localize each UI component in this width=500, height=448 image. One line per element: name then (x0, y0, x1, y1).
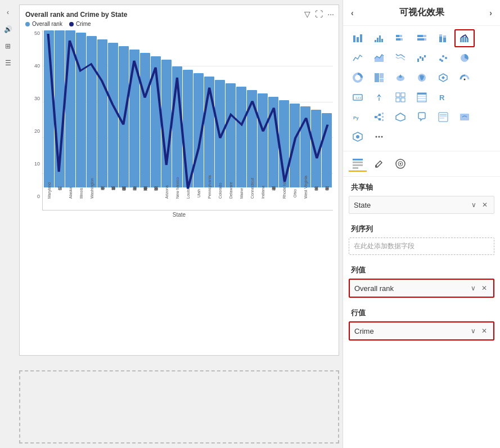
svg-rect-58 (379, 118, 381, 120)
svg-rect-65 (439, 113, 448, 122)
key-influencers-icon[interactable] (390, 108, 411, 126)
bar-22[interactable] (279, 100, 289, 187)
svg-rect-60 (382, 116, 384, 118)
overall-rank-expand[interactable]: ∨ (469, 283, 478, 293)
state-field-remove[interactable]: ✕ (480, 200, 489, 210)
speaker-icon[interactable]: 🔊 (1, 23, 15, 36)
bar-13[interactable] (183, 70, 193, 187)
svg-point-82 (400, 163, 402, 165)
list-icon[interactable]: ☰ (1, 56, 15, 70)
combo-chart-icon[interactable] (454, 29, 475, 47)
map-icon[interactable] (390, 69, 411, 87)
bar-label-13: Louisiana (186, 189, 190, 199)
bar-col-18: Maine (236, 30, 246, 199)
bottom-tabs (343, 151, 500, 177)
kpi-icon[interactable] (369, 88, 389, 106)
overall-rank-remove[interactable]: ✕ (480, 283, 489, 293)
bar-chart-icon[interactable] (348, 29, 368, 47)
panel-forward-arrow[interactable]: › (489, 8, 492, 17)
column-chart-icon[interactable] (369, 29, 389, 47)
bar-7[interactable] (119, 46, 129, 187)
decomp-tree-icon[interactable] (369, 108, 389, 126)
panel-back-arrow[interactable]: ‹ (351, 8, 354, 17)
expand-icon[interactable]: ⛶ (315, 10, 323, 19)
add-col-series-field[interactable]: 在此处添加数据字段 (349, 238, 494, 255)
bar-4[interactable] (87, 36, 97, 187)
scatter-chart-icon[interactable] (433, 49, 453, 67)
matrix-icon[interactable] (390, 88, 411, 106)
crime-remove[interactable]: ✕ (480, 326, 489, 336)
legend-crime: Crime (69, 21, 91, 27)
svg-rect-17 (443, 38, 446, 42)
bar-10[interactable] (151, 56, 161, 187)
bar-5[interactable] (97, 39, 107, 187)
python-icon[interactable]: Py (348, 108, 368, 126)
qa-icon[interactable] (412, 108, 432, 126)
bar-col-6: 锡铁坑凯依 (108, 30, 118, 199)
stacked-col-icon[interactable] (433, 29, 453, 47)
bar-18[interactable] (236, 87, 246, 187)
line-chart-icon[interactable] (348, 49, 368, 67)
bar-0[interactable] (44, 30, 54, 187)
bar-2[interactable] (65, 30, 75, 187)
fields-tab[interactable] (349, 156, 367, 172)
bar-label-26: 密苏里州 (324, 189, 330, 199)
bar-col-25: 弗吉尼亚 (311, 30, 321, 199)
bar-26[interactable] (322, 113, 332, 187)
filled-map-icon[interactable] (412, 69, 432, 87)
bar-label-1: 鄉鎮 (57, 189, 62, 199)
crime-expand[interactable]: ∨ (469, 326, 478, 336)
bar-6[interactable] (108, 43, 118, 187)
bar-col-17: Delaware (226, 30, 236, 199)
bar-9[interactable] (140, 53, 150, 187)
area-chart-icon[interactable] (369, 49, 389, 67)
bar-col-10: 明尼苏达州 (151, 30, 161, 199)
pie-chart-icon[interactable] (454, 49, 475, 67)
card-icon[interactable]: 123 (348, 88, 368, 106)
azure-maps-icon[interactable] (433, 69, 453, 87)
chart-wrapper-area: ▽ ⛶ ··· Overall rank and Crime by State … (16, 0, 343, 448)
bar-16[interactable] (215, 80, 225, 187)
table-icon[interactable] (412, 88, 432, 106)
smart-narrative-icon[interactable] (433, 108, 453, 126)
custom-visual-icon[interactable] (348, 128, 368, 146)
stacked-bar-icon[interactable] (390, 29, 411, 47)
bar-label-24: West Virginia (304, 189, 308, 199)
bar-11[interactable] (161, 60, 172, 187)
100pct-bar-icon[interactable] (412, 29, 432, 47)
grid-icon[interactable]: ⊞ (1, 39, 15, 53)
bar-col-9: 新墨西哥州达 (140, 30, 150, 199)
svg-text:Py: Py (353, 115, 359, 120)
collapse-left-icon[interactable]: ‹ (1, 6, 15, 19)
paint-tab[interactable] (370, 156, 388, 172)
filter-icon[interactable]: ▽ (304, 10, 310, 19)
bar-23[interactable] (290, 104, 300, 188)
bar-15[interactable] (204, 77, 214, 187)
bar-1[interactable] (55, 30, 65, 187)
bar-20[interactable] (258, 93, 268, 187)
treemap-icon[interactable] (369, 69, 389, 87)
waterfall-icon[interactable] (412, 49, 432, 67)
ribbon-chart-icon[interactable] (390, 49, 411, 67)
state-field-expand[interactable]: ∨ (470, 200, 478, 210)
svg-marker-43 (377, 94, 381, 97)
svg-rect-3 (375, 40, 376, 42)
bar-21[interactable] (268, 97, 278, 187)
more-options-icon[interactable]: ··· (327, 10, 334, 19)
bar-25[interactable] (311, 110, 321, 187)
bar-12[interactable] (172, 66, 182, 187)
bar-14[interactable] (193, 73, 204, 187)
bar-17[interactable] (226, 83, 236, 187)
azure-map2-icon[interactable] (454, 108, 475, 126)
svg-rect-34 (375, 73, 379, 82)
state-field-row: State ∨ ✕ (349, 196, 494, 214)
r-visual-icon[interactable]: R (433, 88, 453, 106)
more-visuals-icon[interactable] (369, 128, 389, 146)
bar-8[interactable] (129, 50, 139, 187)
analytics-tab[interactable] (391, 156, 409, 172)
gauge-icon[interactable] (454, 69, 475, 87)
bar-3[interactable] (76, 33, 86, 187)
bar-19[interactable] (247, 90, 257, 187)
bar-col-16: Colorado (215, 30, 225, 199)
donut-icon[interactable] (348, 69, 368, 87)
